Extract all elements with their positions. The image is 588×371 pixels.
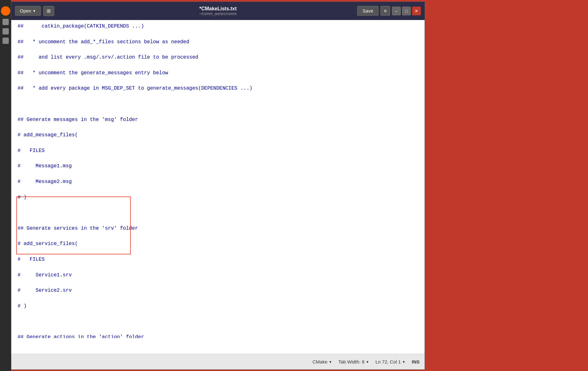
file-title: *CMakeLists.txt bbox=[199, 6, 237, 12]
code-line-7: ## Generate messages in the 'msg' folder bbox=[18, 116, 418, 124]
cursor-pos-dropdown-icon: ▼ bbox=[402, 360, 405, 364]
code-line-15: # add_service_files( bbox=[18, 240, 418, 248]
taskbar-app2[interactable] bbox=[3, 28, 9, 34]
status-bar: CMake ▼ Tab Width: 8 ▼ Ln 72, Col 1 ▼ IN… bbox=[11, 354, 425, 369]
code-line-6 bbox=[18, 100, 418, 108]
open-button[interactable]: Open ▼ bbox=[15, 6, 41, 16]
tab-width-dropdown-icon: ▼ bbox=[366, 360, 369, 364]
code-line-9: # FILES bbox=[18, 147, 418, 155]
window-controls: – □ ✕ bbox=[392, 7, 421, 15]
tab-width-label: Tab Width: 8 bbox=[338, 359, 364, 364]
cursor-pos-label: Ln 72, Col 1 bbox=[375, 359, 401, 364]
minimize-button[interactable]: – bbox=[392, 7, 401, 15]
code-line-16: # FILES bbox=[18, 256, 418, 264]
titlebar: Open ▼ ⊞ *CMakeLists.txt ~/comm_ws/src/c… bbox=[11, 2, 425, 20]
code-line-11: # Message2.msg bbox=[18, 178, 418, 186]
code-line-13 bbox=[18, 209, 418, 217]
code-line-20 bbox=[18, 318, 418, 326]
language-dropdown-icon: ▼ bbox=[329, 360, 332, 364]
titlebar-left: Open ▼ ⊞ bbox=[15, 6, 54, 16]
tab-width-selector[interactable]: Tab Width: 8 ▼ bbox=[338, 359, 369, 364]
language-label: CMake bbox=[313, 359, 328, 364]
code-line-3: ## and list every .msg/.srv/.action file… bbox=[18, 54, 418, 61]
file-manager-button[interactable]: ⊞ bbox=[43, 6, 54, 16]
code-line-21: ## Generate actions in the 'action' fold… bbox=[18, 333, 418, 338]
taskbar bbox=[0, 0, 11, 371]
language-selector[interactable]: CMake ▼ bbox=[313, 359, 332, 364]
taskbar-app1[interactable] bbox=[3, 19, 9, 25]
titlebar-right: Save ≡ – □ ✕ bbox=[357, 6, 421, 16]
maximize-button[interactable]: □ bbox=[402, 7, 411, 15]
code-content[interactable]: ## catkin_package(CATKIN_DEPENDS ...) ##… bbox=[11, 20, 425, 338]
editor-window: Open ▼ ⊞ *CMakeLists.txt ~/comm_ws/src/c… bbox=[11, 2, 425, 370]
taskbar-launcher[interactable] bbox=[1, 6, 10, 16]
save-button[interactable]: Save bbox=[357, 6, 379, 16]
file-path: ~/comm_ws/src/comm bbox=[199, 12, 237, 16]
code-line-1: ## catkin_package(CATKIN_DEPENDS ...) bbox=[18, 23, 418, 30]
code-line-12: # ) bbox=[18, 194, 418, 201]
editor-area[interactable]: ## catkin_package(CATKIN_DEPENDS ...) ##… bbox=[11, 20, 425, 354]
close-button[interactable]: ✕ bbox=[412, 7, 421, 15]
insert-mode-label: INS bbox=[412, 359, 420, 364]
titlebar-center: *CMakeLists.txt ~/comm_ws/src/comm bbox=[199, 6, 237, 16]
taskbar-app3[interactable] bbox=[3, 38, 9, 44]
code-line-10: # Message1.msg bbox=[18, 162, 418, 170]
code-line-8: # add_message_files( bbox=[18, 131, 418, 139]
code-line-5: ## * add every package in MSG_DEP_SET to… bbox=[18, 85, 418, 92]
insert-mode: INS bbox=[412, 359, 420, 364]
open-dropdown-icon: ▼ bbox=[33, 9, 36, 13]
file-manager-icon: ⊞ bbox=[47, 8, 51, 13]
cursor-position[interactable]: Ln 72, Col 1 ▼ bbox=[375, 359, 405, 364]
code-line-14: ## Generate services in the 'srv' folder bbox=[18, 225, 418, 233]
menu-button[interactable]: ≡ bbox=[380, 6, 390, 16]
code-line-4: ## * uncomment the generate_messages ent… bbox=[18, 69, 418, 77]
code-line-19: # ) bbox=[18, 302, 418, 310]
code-line-2: ## * uncomment the add_*_files sections … bbox=[18, 38, 418, 46]
open-label: Open bbox=[20, 8, 31, 13]
code-line-18: # Service2.srv bbox=[18, 287, 418, 295]
code-line-17: # Service1.srv bbox=[18, 271, 418, 279]
